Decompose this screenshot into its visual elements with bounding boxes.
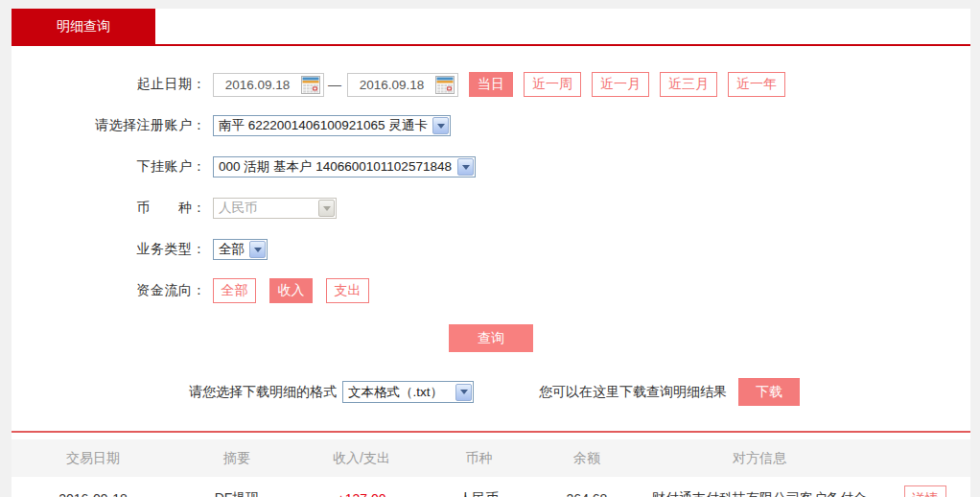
date-range-row: 起止日期： 2016.09.18 bbox=[12, 72, 970, 97]
main-panel: 明细查询 起止日期： 2016.09.18 bbox=[12, 9, 970, 495]
cell-balance: 264.68 bbox=[534, 491, 640, 497]
register-account-value: 南平 6222001406100921065 灵通卡 bbox=[214, 117, 432, 134]
register-account-label: 请选择注册账户： bbox=[12, 117, 206, 134]
cell-counterparty: 财付通支付科技有限公司客户备付金 bbox=[640, 490, 879, 497]
chevron-down-icon bbox=[455, 384, 472, 401]
currency-value: 人民币 bbox=[214, 200, 317, 217]
table-divider bbox=[12, 431, 970, 433]
fund-flow-label: 资金流向： bbox=[12, 282, 206, 299]
download-format-label: 请您选择下载明细的格式 bbox=[189, 384, 337, 401]
calendar-icon[interactable] bbox=[435, 76, 455, 94]
start-date-value: 2016.09.18 bbox=[214, 78, 301, 92]
chevron-down-icon bbox=[249, 241, 266, 258]
date-separator: — bbox=[328, 77, 341, 92]
download-button[interactable]: 下载 bbox=[738, 378, 800, 406]
register-account-row: 请选择注册账户： 南平 6222001406100921065 灵通卡 bbox=[12, 113, 970, 138]
sub-account-label: 下挂账户： bbox=[12, 158, 206, 176]
business-type-label: 业务类型： bbox=[12, 241, 206, 258]
business-type-row: 业务类型： 全部 bbox=[12, 237, 970, 262]
download-hint: 您可以在这里下载查询明细结果 bbox=[539, 384, 727, 401]
calendar-icon[interactable] bbox=[301, 76, 320, 94]
currency-row: 币 种： 人民币 bbox=[12, 196, 970, 221]
quick-range-week-button[interactable]: 近一周 bbox=[524, 72, 581, 97]
header-currency: 币种 bbox=[424, 450, 534, 467]
fund-flow-all-button[interactable]: 全部 bbox=[213, 278, 256, 303]
sub-account-row: 下挂账户： 000 活期 基本户 1406600101102571848 bbox=[12, 154, 970, 179]
table-header-row: 交易日期 摘要 收入/支出 币种 余额 对方信息 bbox=[12, 439, 970, 477]
cell-amount: +137.00 bbox=[299, 491, 424, 497]
register-account-select[interactable]: 南平 6222001406100921065 灵通卡 bbox=[213, 115, 451, 136]
tab-detail-query[interactable]: 明细查询 bbox=[12, 9, 155, 44]
query-button[interactable]: 查询 bbox=[449, 324, 533, 352]
business-type-value: 全部 bbox=[214, 241, 248, 258]
fund-flow-row: 资金流向： 全部 收入 支出 bbox=[12, 278, 970, 303]
currency-label: 币 种： bbox=[12, 200, 206, 217]
fund-flow-income-button[interactable]: 收入 bbox=[269, 278, 313, 303]
download-row: 请您选择下载明细的格式 文本格式（.txt） 您可以在这里下载查询明细结果 下载 bbox=[12, 378, 970, 406]
query-form: 起止日期： 2016.09.18 bbox=[12, 46, 970, 406]
header-balance: 余额 bbox=[534, 450, 640, 467]
currency-select: 人民币 bbox=[213, 198, 337, 219]
business-type-select[interactable]: 全部 bbox=[213, 239, 268, 260]
header-counterparty: 对方信息 bbox=[640, 450, 879, 467]
chevron-down-icon bbox=[432, 117, 449, 134]
cell-summary: DF提现 bbox=[175, 490, 299, 497]
query-button-row: 查询 bbox=[12, 324, 970, 352]
quick-range-year-button[interactable]: 近一年 bbox=[728, 72, 785, 97]
detail-button[interactable]: 详情 bbox=[904, 485, 946, 497]
table-row: 2016-09-18 DF提现 +137.00 人民币 264.68 财付通支付… bbox=[12, 477, 970, 497]
download-format-value: 文本格式（.txt） bbox=[343, 384, 455, 401]
cell-currency: 人民币 bbox=[424, 490, 534, 497]
download-format-select[interactable]: 文本格式（.txt） bbox=[342, 381, 474, 403]
cell-transaction-date: 2016-09-18 bbox=[12, 491, 175, 497]
end-date-value: 2016.09.18 bbox=[348, 78, 435, 92]
quick-range-today-button[interactable]: 当日 bbox=[469, 72, 513, 97]
quick-range-3months-button[interactable]: 近三月 bbox=[660, 72, 717, 97]
chevron-down-icon bbox=[318, 200, 335, 217]
header-amount: 收入/支出 bbox=[299, 450, 424, 467]
header-date: 交易日期 bbox=[12, 450, 175, 467]
start-date-input[interactable]: 2016.09.18 bbox=[213, 73, 324, 97]
sub-account-select[interactable]: 000 活期 基本户 1406600101102571848 bbox=[213, 156, 476, 178]
end-date-input[interactable]: 2016.09.18 bbox=[347, 73, 458, 97]
header-summary: 摘要 bbox=[175, 450, 299, 467]
fund-flow-expense-button[interactable]: 支出 bbox=[326, 278, 369, 303]
date-range-label: 起止日期： bbox=[12, 76, 206, 93]
sub-account-value: 000 活期 基本户 1406600101102571848 bbox=[214, 158, 456, 176]
chevron-down-icon bbox=[457, 158, 474, 176]
quick-range-month-button[interactable]: 近一月 bbox=[592, 72, 649, 97]
tab-bar: 明细查询 bbox=[12, 9, 970, 44]
